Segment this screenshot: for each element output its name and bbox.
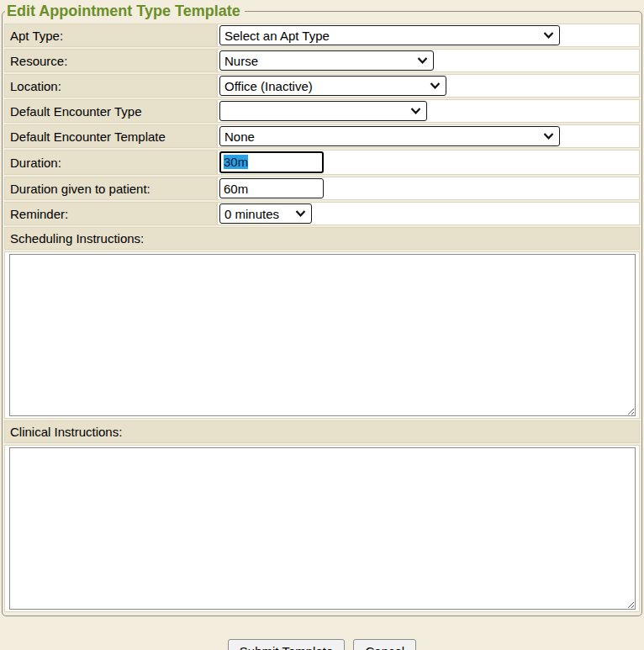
row-clinical-instructions-input [4, 445, 640, 612]
resource-label: Resource: [4, 49, 217, 72]
default-encounter-type-select[interactable] [219, 101, 427, 121]
duration-patient-input[interactable] [219, 178, 324, 198]
clinical-instructions-cell [4, 445, 640, 612]
row-default-encounter-type: Default Encounter Type [4, 99, 640, 123]
clinical-instructions-label: Clinical Instructions: [4, 420, 640, 443]
button-row: Submit Template Cancel [0, 639, 644, 650]
resource-cell: Nurse [217, 49, 640, 72]
row-scheduling-instructions-input [4, 251, 640, 419]
duration-label: Duration: [4, 150, 217, 175]
apt-type-label: Apt Type: [4, 24, 217, 47]
location-label: Location: [4, 74, 217, 98]
edit-appointment-template-fieldset: Edit Appointment Type Template Apt Type:… [2, 3, 642, 616]
clinical-instructions-textarea[interactable] [9, 447, 636, 610]
duration-cell: 30m [217, 150, 640, 175]
location-select[interactable]: Office (Inactive) [219, 76, 446, 96]
duration-selected-text: 30m [224, 155, 248, 169]
scheduling-instructions-cell [4, 251, 640, 419]
row-duration-patient: Duration given to patient: [4, 177, 640, 200]
row-clinical-instructions-label: Clinical Instructions: [4, 420, 640, 443]
row-reminder: Reminder: 0 minutes [4, 202, 640, 225]
duration-patient-label: Duration given to patient: [4, 177, 217, 200]
apt-type-select[interactable]: Select an Apt Type [219, 25, 560, 45]
cancel-button[interactable]: Cancel [353, 639, 416, 650]
row-apt-type: Apt Type: Select an Apt Type [4, 24, 640, 47]
resource-select[interactable]: Nurse [219, 50, 434, 71]
page-title: Edit Appointment Type Template [5, 3, 245, 19]
row-default-encounter-template: Default Encounter Template None [4, 124, 640, 148]
default-encounter-type-label: Default Encounter Type [4, 99, 217, 123]
default-encounter-template-label: Default Encounter Template [4, 124, 217, 148]
scheduling-instructions-label: Scheduling Instructions: [4, 227, 640, 250]
location-cell: Office (Inactive) [217, 74, 640, 98]
reminder-cell: 0 minutes [217, 202, 640, 225]
default-encounter-type-cell [217, 99, 640, 123]
duration-input[interactable]: 30m [219, 151, 324, 173]
form-table: Apt Type: Select an Apt Type Resource: N… [4, 22, 640, 614]
reminder-label: Reminder: [4, 202, 217, 225]
duration-patient-cell [217, 177, 640, 200]
submit-template-button[interactable]: Submit Template [228, 639, 345, 650]
default-encounter-template-select[interactable]: None [219, 126, 560, 146]
reminder-select[interactable]: 0 minutes [219, 203, 312, 224]
scheduling-instructions-textarea[interactable] [9, 254, 636, 416]
default-encounter-template-cell: None [217, 124, 640, 148]
row-location: Location: Office (Inactive) [4, 74, 640, 98]
row-scheduling-instructions-label: Scheduling Instructions: [4, 227, 640, 250]
row-duration: Duration: 30m [4, 150, 640, 175]
apt-type-cell: Select an Apt Type [217, 24, 640, 47]
row-resource: Resource: Nurse [4, 49, 640, 72]
